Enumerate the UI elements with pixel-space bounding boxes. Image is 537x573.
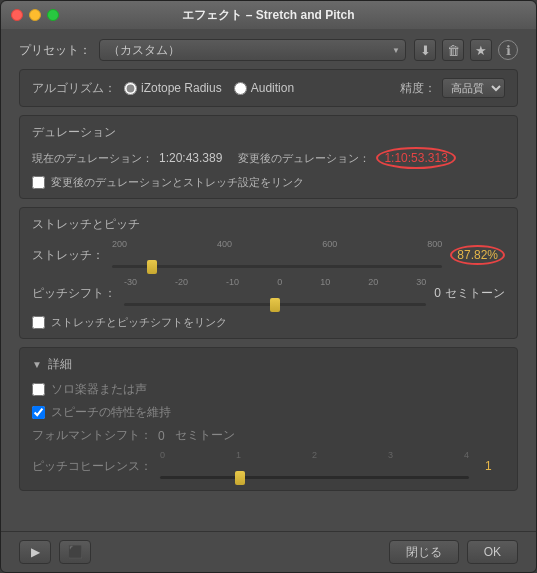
pitch-value-wrap: 0 セミトーン xyxy=(434,285,505,302)
solo-row: ソロ楽器または声 xyxy=(32,381,505,398)
traffic-lights xyxy=(11,9,59,21)
stretch-scale-600: 600 xyxy=(322,239,337,249)
minimize-button[interactable] xyxy=(29,9,41,21)
close-button[interactable] xyxy=(11,9,23,21)
details-section: ▼ 詳細 ソロ楽器または声 スピーチの特性を維持 フォルマントシフト： 0 セミ… xyxy=(19,347,518,491)
pitch-unit: セミトーン xyxy=(445,285,505,302)
pitch-scale-30: 30 xyxy=(416,277,426,287)
coh-scale-0: 0 xyxy=(160,450,165,460)
play-button[interactable]: ▶ xyxy=(19,540,51,564)
stretch-row: ストレッチ： 200 400 600 800 87.82% xyxy=(32,239,505,271)
stretch-scale-200: 200 xyxy=(112,239,127,249)
radio-audition[interactable]: Audition xyxy=(234,81,294,95)
coh-scale-4: 4 xyxy=(464,450,469,460)
pitch-scale-n20: -20 xyxy=(175,277,188,287)
duration-link-checkbox[interactable] xyxy=(32,176,45,189)
stretch-link-row: ストレッチとピッチシフトをリンク xyxy=(32,315,505,330)
duration-link-row: 変更後のデュレーションとストレッチ設定をリンク xyxy=(32,175,505,190)
title-bar: エフェクト – Stretch and Pitch xyxy=(1,1,536,29)
coh-scale-2: 2 xyxy=(312,450,317,460)
stretch-slider-wrap: 200 400 600 800 xyxy=(112,239,442,271)
duration-values-row: 現在のデュレーション： 1:20:43.389 変更後のデュレーション： 1:1… xyxy=(32,147,505,169)
pitch-scale-n10: -10 xyxy=(226,277,239,287)
stretch-link-label: ストレッチとピッチシフトをリンク xyxy=(51,315,227,330)
quality-row: 精度： 高品質 xyxy=(400,78,505,98)
coherence-value: 1 xyxy=(485,459,505,473)
stretch-value: 87.82% xyxy=(450,245,505,265)
radio-audition-label: Audition xyxy=(251,81,294,95)
play-icon: ▶ xyxy=(31,545,40,559)
quality-label: 精度： xyxy=(400,80,436,97)
pitch-scale-10: 10 xyxy=(320,277,330,287)
radio-audition-input[interactable] xyxy=(234,82,247,95)
coherence-label: ピッチコヒーレンス： xyxy=(32,458,152,475)
preset-row: プリセット： （カスタム） ⬇ 🗑 ★ ℹ xyxy=(19,39,518,61)
stretch-value-wrap: 87.82% xyxy=(450,245,505,265)
pitch-scale-20: 20 xyxy=(368,277,378,287)
maximize-button[interactable] xyxy=(47,9,59,21)
duration-link-label: 変更後のデュレーションとストレッチ設定をリンク xyxy=(51,175,304,190)
formant-unit: セミトーン xyxy=(175,427,235,444)
preset-label: プリセット： xyxy=(19,42,91,59)
close-button-footer[interactable]: 閉じる xyxy=(389,540,459,564)
save-preset-button[interactable]: ⬇ xyxy=(414,39,436,61)
pitch-row: ピッチシフト： -30 -20 -10 0 10 20 30 0 セミト xyxy=(32,277,505,309)
details-toggle-icon[interactable]: ▼ xyxy=(32,359,42,370)
current-duration-value: 1:20:43.389 xyxy=(159,151,222,165)
export-button[interactable]: ⬛ xyxy=(59,540,91,564)
algorithm-row: アルゴリズム： iZotope Radius Audition 精度： xyxy=(32,78,505,98)
stretch-scale-400: 400 xyxy=(217,239,232,249)
radio-izotope-input[interactable] xyxy=(124,82,137,95)
favorite-button[interactable]: ★ xyxy=(470,39,492,61)
ok-button[interactable]: OK xyxy=(467,540,518,564)
delete-preset-button[interactable]: 🗑 xyxy=(442,39,464,61)
solo-label: ソロ楽器または声 xyxy=(51,381,147,398)
stretch-pitch-section: ストレッチとピッチ ストレッチ： 200 400 600 800 87.82% xyxy=(19,207,518,339)
algorithm-label: アルゴリズム： xyxy=(32,80,116,97)
stretch-label: ストレッチ： xyxy=(32,247,104,264)
stretch-slider[interactable] xyxy=(112,265,442,268)
algorithm-section: アルゴリズム： iZotope Radius Audition 精度： xyxy=(19,69,518,107)
coh-scale-3: 3 xyxy=(388,450,393,460)
stretch-pitch-title: ストレッチとピッチ xyxy=(32,216,505,233)
details-title: 詳細 xyxy=(48,356,72,373)
radio-izotope[interactable]: iZotope Radius xyxy=(124,81,222,95)
pitch-scale-n30: -30 xyxy=(124,277,137,287)
preset-icons: ⬇ 🗑 ★ ℹ xyxy=(414,39,518,61)
coherence-slider-wrap: 0 1 2 3 4 xyxy=(160,450,469,482)
algorithm-radio-group: iZotope Radius Audition xyxy=(124,81,294,95)
quality-select[interactable]: 高品質 xyxy=(442,78,505,98)
algorithm-left: アルゴリズム： iZotope Radius Audition xyxy=(32,80,294,97)
speech-label: スピーチの特性を維持 xyxy=(51,404,171,421)
pitch-label: ピッチシフト： xyxy=(32,285,116,302)
changed-duration-value[interactable]: 1:10:53.313 xyxy=(376,147,455,169)
content-area: プリセット： （カスタム） ⬇ 🗑 ★ ℹ アルゴリズム： xyxy=(1,29,536,531)
coh-scale-1: 1 xyxy=(236,450,241,460)
preset-select-wrap: （カスタム） xyxy=(99,39,406,61)
duration-title: デュレーション xyxy=(32,124,505,141)
formant-value: 0 xyxy=(158,429,165,443)
footer-right: 閉じる OK xyxy=(389,540,518,564)
pitch-slider[interactable] xyxy=(124,303,426,306)
speech-row: スピーチの特性を維持 xyxy=(32,404,505,421)
footer: ▶ ⬛ 閉じる OK xyxy=(1,531,536,572)
stretch-link-checkbox[interactable] xyxy=(32,316,45,329)
speech-checkbox[interactable] xyxy=(32,406,45,419)
coherence-slider[interactable] xyxy=(160,476,469,479)
pitch-value: 0 xyxy=(434,286,441,300)
preset-select[interactable]: （カスタム） xyxy=(99,39,406,61)
pitch-scale-0: 0 xyxy=(277,277,282,287)
radio-izotope-label: iZotope Radius xyxy=(141,81,222,95)
pitch-slider-wrap: -30 -20 -10 0 10 20 30 xyxy=(124,277,426,309)
changed-duration-item: 変更後のデュレーション： 1:10:53.313 xyxy=(238,147,455,169)
formant-row: フォルマントシフト： 0 セミトーン xyxy=(32,427,505,444)
solo-checkbox[interactable] xyxy=(32,383,45,396)
export-icon: ⬛ xyxy=(68,545,83,559)
main-window: エフェクト – Stretch and Pitch プリセット： （カスタム） … xyxy=(0,0,537,573)
current-duration-item: 現在のデュレーション： 1:20:43.389 xyxy=(32,151,222,166)
footer-left: ▶ ⬛ xyxy=(19,540,91,564)
info-button[interactable]: ℹ xyxy=(498,40,518,60)
window-title: エフェクト – Stretch and Pitch xyxy=(1,7,536,24)
changed-duration-label: 変更後のデュレーション： xyxy=(238,151,370,166)
details-header: ▼ 詳細 xyxy=(32,356,505,373)
